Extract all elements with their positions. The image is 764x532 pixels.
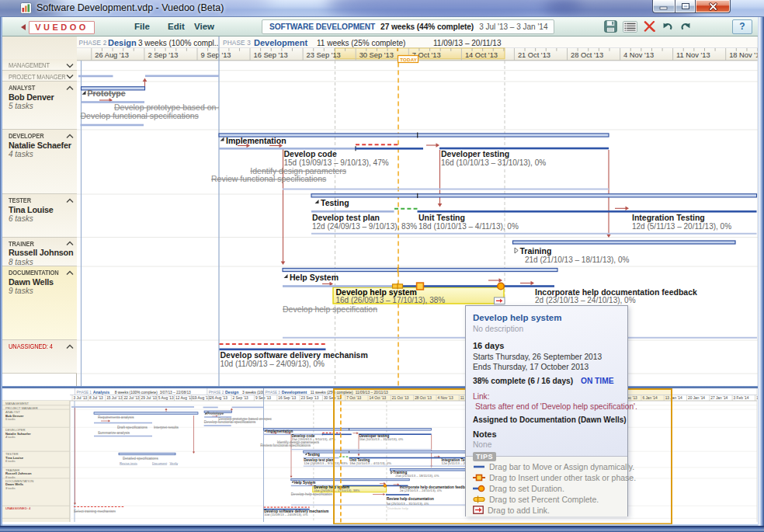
overview-phase-dates[interactable]: 11/09/13 – 20/11/13 — [356, 391, 388, 395]
minimize-button[interactable] — [652, 0, 675, 13]
week-label[interactable]: 23 Sep '13 — [307, 51, 341, 59]
task-bar-light[interactable] — [94, 422, 152, 424]
task-label[interactable]: Document — [152, 461, 168, 465]
task-label[interactable]: Prototype — [88, 89, 126, 98]
task-bar-dark[interactable] — [402, 285, 554, 287]
sidebar-group-management[interactable]: MANAGEMENT — [2, 59, 77, 71]
task-label[interactable]: Integration Testing — [632, 213, 705, 222]
sidebar-group-developer[interactable]: DEVELOPERNatalie Schaefer4 tasks — [2, 130, 77, 194]
overview-phase-tag[interactable]: PHASE 3 — [266, 391, 281, 395]
phase-summary-bar[interactable] — [94, 412, 198, 415]
task-label[interactable]: Review functional specifications — [211, 174, 326, 183]
chevron-down-icon[interactable] — [65, 73, 75, 80]
overview-week-label[interactable]: 13 Jan '14 — [665, 396, 682, 400]
task-label[interactable]: Develop help specification — [283, 304, 377, 314]
overview-week-label[interactable]: 5 Aug '13 — [158, 396, 174, 400]
task-label[interactable]: Review help documentation — [387, 497, 434, 501]
task-label[interactable]: Testing — [307, 453, 320, 457]
vuedoo-logo[interactable]: VUEDOO — [29, 21, 95, 34]
delete-button[interactable] — [640, 19, 658, 34]
overview-week-label[interactable]: 30 Sep '13 — [324, 396, 342, 400]
week-label[interactable]: 2 Sep '13 — [148, 51, 178, 59]
task-bar-agg[interactable] — [291, 449, 432, 450]
sidebar-group-trainer[interactable]: TRAINERRussell Johnson8 tasks — [2, 238, 77, 267]
task-label[interactable]: Develop test plan — [312, 213, 380, 222]
overview-phase-info[interactable]: 8 weeks (100% complete) — [115, 391, 158, 395]
task-label[interactable]: Review functional specifications — [260, 443, 311, 447]
task-bar-light[interactable] — [81, 124, 144, 127]
overview-week-label[interactable]: 3 Jul '13 — [74, 396, 88, 400]
task-label[interactable]: 2d (23/10/13 – 24/10/13), 0% — [535, 296, 636, 304]
task-label[interactable]: Develop help specification — [291, 492, 333, 496]
overview-week-label[interactable]: 27 Jan '14 — [710, 396, 728, 400]
task-label[interactable]: 21d (21/10/13 – 18/11/13), 0% — [395, 474, 439, 478]
task-label[interactable]: 21d (21/10/13 – 18/11/13), 0% — [525, 256, 629, 264]
phase-tag[interactable]: PHASE 3 — [223, 40, 251, 47]
task-bar-agg[interactable] — [283, 189, 609, 190]
week-label[interactable]: 18 Nov '13 — [729, 51, 758, 59]
week-label[interactable]: 9 Sep '13 — [201, 51, 231, 59]
week-label[interactable]: 30 Sep '13 — [359, 51, 394, 59]
phase-dates[interactable]: 11/09/13 – 20/11/13 — [433, 39, 502, 47]
overview-week-label[interactable]: 23 Sep '13 — [301, 396, 319, 400]
phase-summary-bar[interactable] — [311, 194, 757, 197]
task-bar-dark[interactable] — [322, 433, 352, 435]
task-label[interactable]: Requirements analysis — [98, 416, 134, 419]
task-label[interactable]: Develop functional specifications — [81, 111, 199, 120]
close-button[interactable] — [696, 0, 731, 13]
overview-week-label[interactable]: 19 Aug '13 — [193, 396, 210, 400]
task-label[interactable]: Incorporate help documentation feedback — [535, 287, 697, 297]
phase-summary-bar[interactable] — [119, 453, 175, 455]
chevron-up-icon[interactable] — [65, 133, 75, 140]
overview-week-label[interactable]: 15 Jul '13 — [106, 396, 123, 400]
task-label[interactable]: 16d (10/10/13 – 31/10/13), 0% — [441, 158, 546, 167]
overview-phase-tag[interactable]: PHASE 1 — [77, 391, 92, 395]
overview-phase-name[interactable]: Analysis — [93, 390, 109, 395]
overview-panel[interactable]: PHASE 1Analysis8 weeks (100% complete)3/… — [2, 388, 758, 524]
overview-phase-dates[interactable]: 3/07/13 – 22/08/13 — [160, 391, 191, 395]
overview-phase-tag[interactable]: PHASE 2 — [209, 391, 224, 395]
window-titlebar[interactable]: Software Development.vdp - Vuedoo (Beta) — [0, 0, 764, 17]
task-label[interactable]: Unit Testing — [418, 213, 465, 222]
overview-week-label[interactable]: 22 Jul '13 — [123, 396, 140, 400]
help-button[interactable]: ? — [732, 19, 752, 34]
overview-phase-cell[interactable]: PHASE 1Analysis8 weeks (100% complete)3/… — [77, 390, 192, 395]
overview-group-role[interactable]: PROJECT MANAGER — [5, 406, 38, 410]
insert-handle[interactable] — [417, 283, 424, 290]
overview-phase-name[interactable]: Design — [225, 390, 238, 395]
phase-name[interactable]: Design — [108, 38, 137, 47]
task-bar-dark[interactable] — [418, 210, 757, 213]
redo-button[interactable] — [676, 19, 695, 34]
overview-week-label[interactable]: 7 Oct '13 — [346, 396, 361, 400]
phase-name[interactable]: Development — [254, 38, 307, 47]
undo-button[interactable] — [658, 19, 676, 34]
overview-phase-name[interactable]: Development — [282, 390, 307, 395]
overview-phase-cell[interactable]: PHASE 3Development11 weeks (25% complete… — [266, 390, 389, 395]
overview-week-label[interactable]: 12 Aug '13 — [175, 396, 193, 400]
task-bar-light[interactable] — [203, 407, 218, 409]
menu-view[interactable]: View — [194, 22, 214, 31]
task-label[interactable]: Implementation — [226, 136, 286, 145]
chevron-up-icon[interactable] — [65, 240, 75, 247]
task-label[interactable]: 16d (26/09/13 – 17/10/13), 38% — [336, 296, 446, 304]
week-label[interactable]: 16 Sep '13 — [254, 51, 288, 59]
sidebar-group-analyst[interactable]: ANALYSTBob Denver5 tasks — [2, 82, 77, 130]
gantt-chart[interactable]: PHASE 2Design3 weeks (100% compl...PHASE… — [77, 37, 758, 386]
task-bar-dark[interactable] — [342, 485, 408, 487]
overview-week-label[interactable]: 29 Jul '13 — [141, 396, 158, 400]
task-label[interactable]: Revise tests — [120, 461, 137, 465]
sidebar-group-documentation[interactable]: DOCUMENTATIONDawn Wells9 tasks — [2, 266, 77, 340]
overview-week-label[interactable]: 16 Sep '13 — [278, 396, 296, 400]
task-label[interactable]: 5d (25/10/13 – 31/10/13), 0% — [387, 502, 429, 506]
task-label[interactable]: Testing — [321, 198, 349, 207]
task-label[interactable]: 18d (10/10/13 – 4/11/13), 0% — [418, 222, 519, 231]
overview-week-label[interactable]: 21 Oct '13 — [392, 396, 409, 400]
task-label[interactable]: 18d (10/10/13 – 4/11/13), 0% — [349, 461, 391, 465]
task-label[interactable]: 10d (11/09/13 – 24/09/13), 0% — [221, 360, 325, 368]
sidebar-group-unassigned-4[interactable]: UNASSIGNED: 4 — [2, 340, 77, 374]
chevron-up-icon[interactable] — [65, 343, 75, 350]
chevron-down-icon[interactable] — [65, 62, 75, 69]
week-label[interactable]: 21 Oct '13 — [518, 51, 550, 59]
task-label[interactable]: 16d (10/10/13 – 31/10/13), 0% — [359, 437, 404, 441]
save-button[interactable] — [601, 19, 620, 34]
